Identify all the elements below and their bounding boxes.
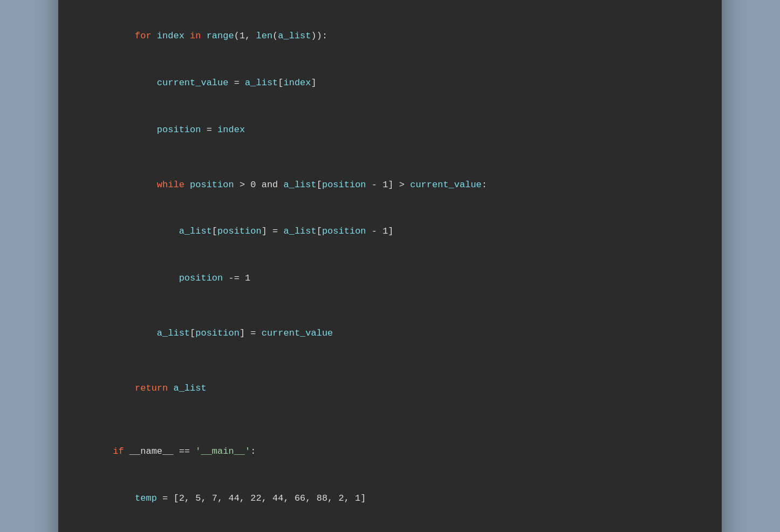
code-line-10: a_list[position] = current_value (80, 310, 700, 357)
code-line-16: temp = [2, 5, 7, 44, 22, 44, 66, 88, 2, … (80, 475, 700, 522)
code-line-3: current_value = a_list[index] (80, 60, 700, 107)
code-line-4: position = index (80, 107, 700, 154)
code-line-2: for index in range(1, len(a_list)): (80, 13, 700, 60)
blank-line-2 (80, 302, 700, 310)
code-line-8: position -= 1 (80, 255, 700, 302)
blank-line-4 (80, 412, 700, 420)
blank-line-5 (80, 420, 700, 428)
code-line-17: print(insert_sort(temp)) (80, 522, 700, 532)
blank-line-3 (80, 357, 700, 365)
blank-line-1 (80, 153, 700, 161)
code-block: def insert_sort(a_list: list): for index… (58, 0, 722, 532)
code-line-6: while position > 0 and a_list[position -… (80, 162, 700, 209)
code-line-7: a_list[position] = a_list[position - 1] (80, 208, 700, 255)
code-line-15: if __name__ == '__main__': (80, 428, 700, 475)
code-window: def insert_sort(a_list: list): for index… (58, 0, 722, 532)
code-line-1: def insert_sort(a_list: list): (80, 0, 700, 13)
code-line-12: return a_list (80, 365, 700, 412)
